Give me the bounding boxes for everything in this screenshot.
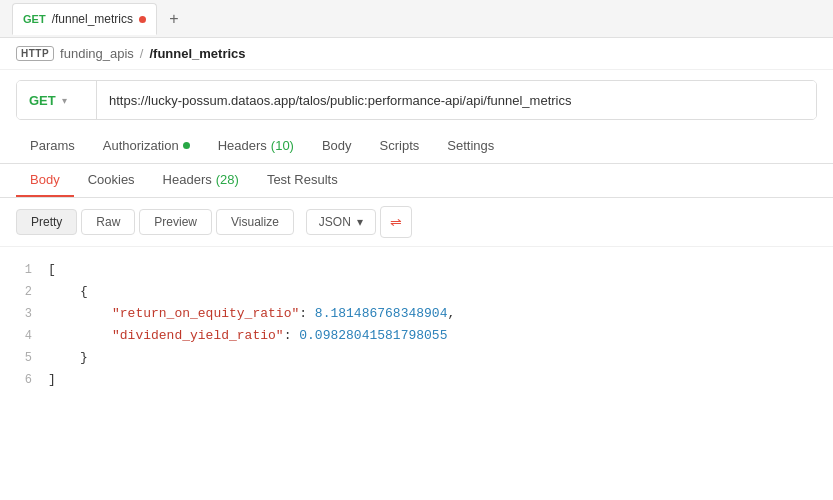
response-tabs: Body Cookies Headers (28) Test Results xyxy=(0,164,833,198)
view-pretty-button[interactable]: Pretty xyxy=(16,209,77,235)
json-line-5: 5 } xyxy=(16,347,817,369)
tab-method-label: GET xyxy=(23,13,46,25)
tab-body[interactable]: Body xyxy=(308,130,366,163)
http-badge: HTTP xyxy=(16,46,54,61)
json-value: 0.09828041581798055 xyxy=(299,325,447,347)
format-select[interactable]: JSON ▾ xyxy=(306,209,376,235)
view-visualize-button[interactable]: Visualize xyxy=(216,209,294,235)
tab-scripts[interactable]: Scripts xyxy=(366,130,434,163)
view-raw-button[interactable]: Raw xyxy=(81,209,135,235)
json-line-6: 6 ] xyxy=(16,369,817,391)
response-tab-body[interactable]: Body xyxy=(16,164,74,197)
format-chevron-icon: ▾ xyxy=(357,215,363,229)
breadcrumb-parent[interactable]: funding_apis xyxy=(60,46,134,61)
wrap-icon: ⇌ xyxy=(390,214,402,230)
method-select[interactable]: GET ▾ xyxy=(17,81,97,119)
json-bracket: { xyxy=(80,281,88,303)
json-bracket: } xyxy=(80,347,88,369)
tab-authorization[interactable]: Authorization xyxy=(89,130,204,163)
view-controls: Pretty Raw Preview Visualize JSON ▾ ⇌ xyxy=(0,198,833,247)
tab-modified-dot xyxy=(139,16,146,23)
breadcrumb-current: /funnel_metrics xyxy=(149,46,245,61)
json-value: 8.181486768348904 xyxy=(315,303,448,325)
format-label: JSON xyxy=(319,215,351,229)
json-bracket: ] xyxy=(48,369,56,391)
new-tab-button[interactable]: + xyxy=(161,6,187,32)
json-line-2: 2 { xyxy=(16,281,817,303)
line-number: 5 xyxy=(16,347,48,368)
request-tab[interactable]: GET /funnel_metrics xyxy=(12,3,157,35)
json-key: "dividend_yield_ratio" xyxy=(112,325,284,347)
json-viewer: 1 [ 2 { 3 "return_on_equity_ratio" : 8.1… xyxy=(0,247,833,404)
response-tab-cookies[interactable]: Cookies xyxy=(74,164,149,197)
view-preview-button[interactable]: Preview xyxy=(139,209,212,235)
request-nav-tabs: Params Authorization Headers (10) Body S… xyxy=(0,130,833,164)
json-line-1: 1 [ xyxy=(16,259,817,281)
tab-bar: GET /funnel_metrics + xyxy=(0,0,833,38)
line-number: 6 xyxy=(16,369,48,390)
response-tab-test-results[interactable]: Test Results xyxy=(253,164,352,197)
tab-params[interactable]: Params xyxy=(16,130,89,163)
url-bar: GET ▾ xyxy=(16,80,817,120)
breadcrumb: HTTP funding_apis / /funnel_metrics xyxy=(0,38,833,70)
response-tab-headers[interactable]: Headers (28) xyxy=(149,164,253,197)
line-number: 2 xyxy=(16,281,48,302)
method-chevron-icon: ▾ xyxy=(62,95,67,106)
wrap-button[interactable]: ⇌ xyxy=(380,206,412,238)
line-number: 1 xyxy=(16,259,48,280)
line-number: 4 xyxy=(16,325,48,346)
json-line-3: 3 "return_on_equity_ratio" : 8.181486768… xyxy=(16,303,817,325)
authorization-dot xyxy=(183,142,190,149)
url-input[interactable] xyxy=(97,81,816,119)
method-label: GET xyxy=(29,93,56,108)
json-line-4: 4 "dividend_yield_ratio" : 0.09828041581… xyxy=(16,325,817,347)
tab-path-label: /funnel_metrics xyxy=(52,12,133,26)
json-bracket: [ xyxy=(48,259,56,281)
tab-settings[interactable]: Settings xyxy=(433,130,508,163)
breadcrumb-separator: / xyxy=(140,46,144,61)
json-key: "return_on_equity_ratio" xyxy=(112,303,299,325)
line-number: 3 xyxy=(16,303,48,324)
tab-headers[interactable]: Headers (10) xyxy=(204,130,308,163)
